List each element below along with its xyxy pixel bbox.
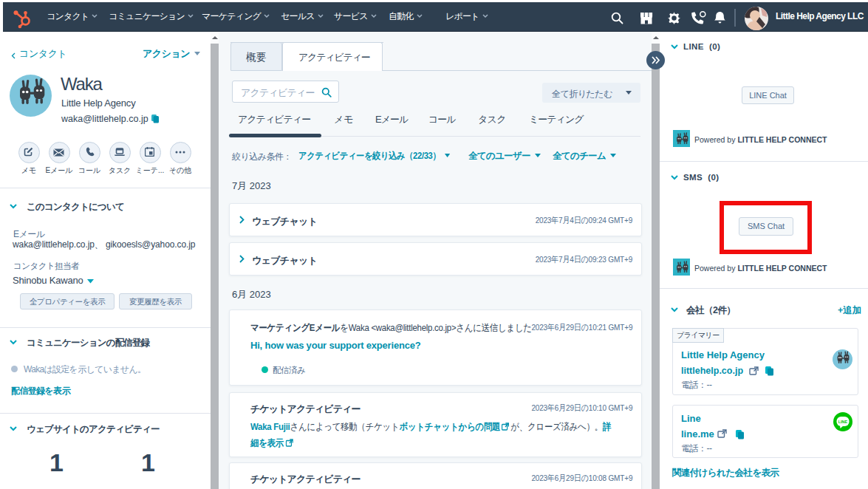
svg-text:LINE: LINE (838, 420, 848, 424)
